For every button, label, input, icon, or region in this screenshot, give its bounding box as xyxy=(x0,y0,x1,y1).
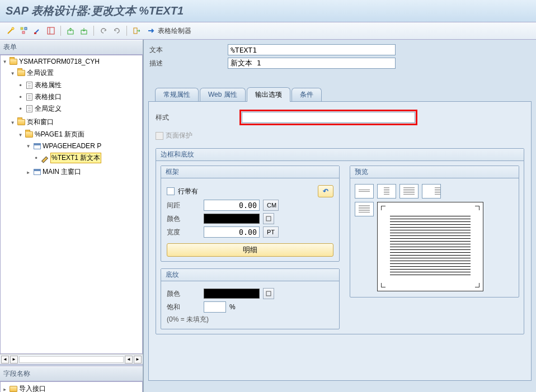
frame-reset-button[interactable]: ↶ xyxy=(318,185,333,197)
folder-icon xyxy=(9,385,18,393)
description-input[interactable] xyxy=(228,58,396,69)
toolbar-wand-icon[interactable] xyxy=(4,25,17,37)
tree-label: %PAGE1 新页面 xyxy=(35,130,84,139)
style-highlight xyxy=(239,110,417,125)
tab-conditions[interactable]: 条件 xyxy=(291,88,322,101)
align-right-button[interactable] xyxy=(422,184,441,199)
document-icon xyxy=(25,82,34,89)
border-shading-group: 边框和底纹 框架 行带有 ↶ xyxy=(156,148,524,334)
toolbar-layout-icon[interactable] xyxy=(45,25,57,37)
folder-icon xyxy=(25,131,34,139)
tab-output-options[interactable]: 输出选项 xyxy=(247,87,290,102)
preview-text-lines xyxy=(390,216,471,277)
form-panel-header: 表单 xyxy=(0,40,143,55)
tab-body-output: 样式 页面保护 边框和底纹 框架 xyxy=(148,101,532,381)
toolbar-struct-icon[interactable] xyxy=(18,25,30,37)
corner-marker-icon xyxy=(381,206,385,210)
text-name-input[interactable] xyxy=(228,44,396,55)
svg-rect-10 xyxy=(266,216,271,221)
scroll-left2-icon[interactable]: ◄ xyxy=(125,356,133,363)
saturation-input[interactable] xyxy=(204,301,226,313)
left-column: 表单 ▾YSMARTFORM0718_CYH ▾全局设置 •表格属性 •表格接口… xyxy=(0,40,144,392)
twistie-icon[interactable]: ▾ xyxy=(10,69,16,77)
scroll-left-icon[interactable]: ◄ xyxy=(1,356,9,363)
align-top-button[interactable] xyxy=(355,184,374,199)
fieldname-tree[interactable]: ▸导入接口 xyxy=(0,381,143,392)
tree-label: YSMARTFORM0718_CYH xyxy=(19,58,100,65)
tree-global-settings[interactable]: ▾全局设置 xyxy=(8,68,55,78)
toolbar-undo-icon[interactable] xyxy=(97,25,110,37)
svg-rect-2 xyxy=(25,27,27,30)
corner-marker-icon xyxy=(381,283,385,287)
twistie-icon[interactable]: ▸ xyxy=(2,385,8,393)
shading-subgroup: 底纹 颜色 饱和 % xyxy=(161,268,340,329)
border-shading-title: 边框和底纹 xyxy=(156,149,524,161)
toolbar-brush-icon[interactable] xyxy=(31,25,44,37)
tree-form-attr[interactable]: •表格属性 xyxy=(16,80,63,91)
shading-color-picker-button[interactable] xyxy=(263,288,274,299)
tree-hscroll[interactable]: ◄ ► ◄ ► xyxy=(0,354,143,364)
document-icon xyxy=(25,93,34,101)
line-with-label: 行带有 xyxy=(178,187,198,196)
style-input[interactable] xyxy=(242,112,415,123)
tree-text1[interactable]: •%TEXT1 新文本 xyxy=(32,152,102,164)
twistie-icon[interactable]: ▾ xyxy=(2,58,8,65)
style-label: 样式 xyxy=(156,113,234,122)
width-label: 宽度 xyxy=(167,228,200,237)
text-label: 文本 xyxy=(149,45,228,55)
scroll-right2-icon[interactable]: ► xyxy=(134,356,142,363)
toolbar-download-icon[interactable] xyxy=(78,25,90,37)
tab-web-attr[interactable]: Web 属性 xyxy=(200,88,246,101)
window-icon xyxy=(32,142,41,150)
frame-title: 框架 xyxy=(161,166,339,178)
preview-page xyxy=(377,202,483,291)
tree-label-selected: %TEXT1 新文本 xyxy=(50,153,101,163)
tree-wpageheader[interactable]: ▾WPAGEHEADER P xyxy=(24,141,102,150)
app-toolbar: 表格绘制器 xyxy=(0,22,536,40)
align-center-button[interactable] xyxy=(399,184,419,199)
detail-button[interactable]: 明细 xyxy=(167,243,333,257)
tree-main-window[interactable]: ▸MAIN 主窗口 xyxy=(24,167,82,177)
window-title: SAP 表格设计器:更改文本 %TEXT1 xyxy=(6,3,530,18)
tab-general[interactable]: 常规属性 xyxy=(155,88,199,101)
form-tree[interactable]: ▾YSMARTFORM0718_CYH ▾全局设置 •表格属性 •表格接口 •全… xyxy=(0,55,143,354)
svg-rect-1 xyxy=(21,27,23,30)
tree-pages-windows[interactable]: ▾页和窗口 xyxy=(8,117,55,127)
tree-form-intf[interactable]: •表格接口 xyxy=(16,92,63,102)
tab-strip: 常规属性 Web 属性 输出选项 条件 xyxy=(155,87,536,101)
frame-color-label: 颜色 xyxy=(167,214,200,224)
width-input[interactable] xyxy=(204,226,260,238)
frame-color-picker-button[interactable] xyxy=(263,213,274,224)
toolbar-redo-icon[interactable] xyxy=(111,25,123,37)
align-left-button[interactable] xyxy=(377,184,396,199)
tree-page1[interactable]: ▾%PAGE1 新页面 xyxy=(16,129,86,140)
twistie-icon[interactable]: ▸ xyxy=(25,168,31,176)
width-unit-button[interactable]: PT xyxy=(263,226,279,238)
frame-subgroup: 框架 行带有 ↶ 间距 xyxy=(161,166,340,262)
preview-title: 预览 xyxy=(350,166,519,178)
tree-root[interactable]: ▾YSMARTFORM0718_CYH xyxy=(1,57,101,66)
toolbar-separator xyxy=(93,26,94,36)
desc-label: 描述 xyxy=(149,59,228,68)
toolbar-exit-icon[interactable] xyxy=(130,25,143,37)
tree-import-intf[interactable]: ▸导入接口 xyxy=(1,384,47,392)
toolbar-separator xyxy=(60,26,61,36)
twistie-icon[interactable]: ▾ xyxy=(17,131,23,139)
scroll-right-icon[interactable]: ► xyxy=(10,356,18,363)
tree-global-def[interactable]: •全局定义 xyxy=(16,103,63,114)
folder-icon xyxy=(17,69,26,77)
scroll-track[interactable] xyxy=(19,356,124,363)
window-icon xyxy=(32,168,41,176)
pct-unit: % xyxy=(229,303,236,311)
line-with-checkbox[interactable] xyxy=(167,187,175,195)
svg-rect-11 xyxy=(266,291,271,296)
align-middle-button[interactable] xyxy=(355,202,374,216)
toolbar-upload-icon[interactable] xyxy=(64,25,77,37)
form-painter-button[interactable]: 表格绘制器 xyxy=(144,25,195,37)
svg-rect-5 xyxy=(48,27,54,34)
twistie-icon[interactable]: ▾ xyxy=(25,142,31,150)
twistie-icon[interactable]: ▾ xyxy=(10,119,16,126)
tree-label: 页和窗口 xyxy=(27,117,54,127)
spacing-unit-button[interactable]: CM xyxy=(263,200,279,211)
spacing-input[interactable] xyxy=(204,200,260,211)
